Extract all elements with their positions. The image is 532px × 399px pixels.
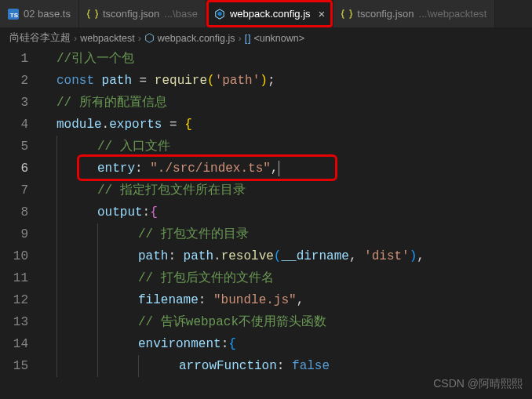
editor[interactable]: 123456789101112131415 //引入一个包const path …: [0, 48, 532, 377]
svg-marker-2: [145, 34, 153, 42]
breadcrumb-file[interactable]: webpack.config.js: [144, 33, 235, 44]
json-icon: [341, 9, 352, 20]
breadcrumb[interactable]: 尚硅谷李立超 › webpacktest › webpack.config.js…: [0, 28, 532, 48]
tab-webpack-config[interactable]: webpack.config.js ×: [206, 0, 333, 27]
code-line[interactable]: // 入口文件: [44, 136, 532, 158]
code-line[interactable]: // 指定打包文件所在目录: [44, 180, 532, 201]
tab-bar: TS 02 base.ts tsconfig.json ...\base web…: [0, 0, 532, 28]
line-number: 2: [0, 70, 28, 92]
chevron-right-icon: ›: [239, 33, 242, 44]
line-number: 8: [0, 201, 28, 223]
code-line[interactable]: const path = require('path');: [44, 70, 532, 92]
code-line[interactable]: output:{: [44, 201, 532, 223]
line-number: 6: [0, 158, 28, 180]
tab-tsconfig-webpacktest[interactable]: tsconfig.json ...\webpacktest: [333, 0, 495, 27]
tab-label: tsconfig.json: [357, 8, 414, 20]
brackets-icon: [ ]: [245, 33, 251, 44]
line-number: 3: [0, 92, 28, 114]
close-icon[interactable]: ×: [319, 8, 326, 20]
line-number: 14: [0, 333, 28, 355]
tab-dir: ...\base: [164, 8, 198, 20]
line-number: 5: [0, 136, 28, 158]
text-cursor: [279, 161, 279, 176]
code-line[interactable]: entry: "./src/index.ts",: [44, 158, 532, 180]
svg-marker-1: [217, 11, 221, 16]
code-line[interactable]: arrowFunction: false: [44, 355, 532, 377]
tab-dir: ...\webpacktest: [419, 8, 487, 20]
breadcrumb-root[interactable]: 尚硅谷李立超: [9, 31, 71, 45]
json-icon: [87, 9, 98, 20]
line-number: 9: [0, 223, 28, 245]
chevron-right-icon: ›: [138, 33, 141, 44]
tab-label: 02 base.ts: [24, 8, 71, 20]
code-line[interactable]: // 打包后文件的文件名: [44, 267, 532, 289]
line-number-gutter: 123456789101112131415: [0, 48, 44, 377]
tab-label: tsconfig.json: [103, 8, 159, 20]
code-area[interactable]: //引入一个包const path = require('path');// 所…: [44, 48, 532, 377]
code-line[interactable]: // 打包文件的目录: [44, 223, 532, 245]
breadcrumb-symbol[interactable]: [ ] <unknown>: [245, 33, 304, 44]
breadcrumb-folder[interactable]: webpacktest: [80, 33, 134, 44]
tab-label: webpack.config.js: [230, 8, 311, 20]
line-number: 13: [0, 311, 28, 333]
line-number: 10: [0, 245, 28, 267]
code-line[interactable]: filename: "bundle.js",: [44, 289, 532, 311]
tab-base-ts[interactable]: TS 02 base.ts: [0, 0, 79, 27]
code-line[interactable]: //引入一个包: [44, 48, 532, 70]
line-number: 1: [0, 48, 28, 70]
code-line[interactable]: environment:{: [44, 333, 532, 355]
line-number: 15: [0, 355, 28, 377]
ts-icon: TS: [8, 9, 19, 20]
code-line[interactable]: module.exports = {: [44, 114, 532, 136]
line-number: 4: [0, 114, 28, 136]
code-line[interactable]: // 告诉webpack不使用箭头函数: [44, 311, 532, 333]
code-line[interactable]: // 所有的配置信息: [44, 92, 532, 114]
js-icon: [214, 9, 225, 20]
code-line[interactable]: path: path.resolve(__dirname, 'dist'),: [44, 245, 532, 267]
line-number: 12: [0, 289, 28, 311]
tab-tsconfig-base[interactable]: tsconfig.json ...\base: [79, 0, 206, 27]
chevron-right-icon: ›: [74, 33, 77, 44]
watermark: CSDN @阿晴熙熙: [433, 377, 523, 391]
line-number: 7: [0, 180, 28, 201]
line-number: 11: [0, 267, 28, 289]
